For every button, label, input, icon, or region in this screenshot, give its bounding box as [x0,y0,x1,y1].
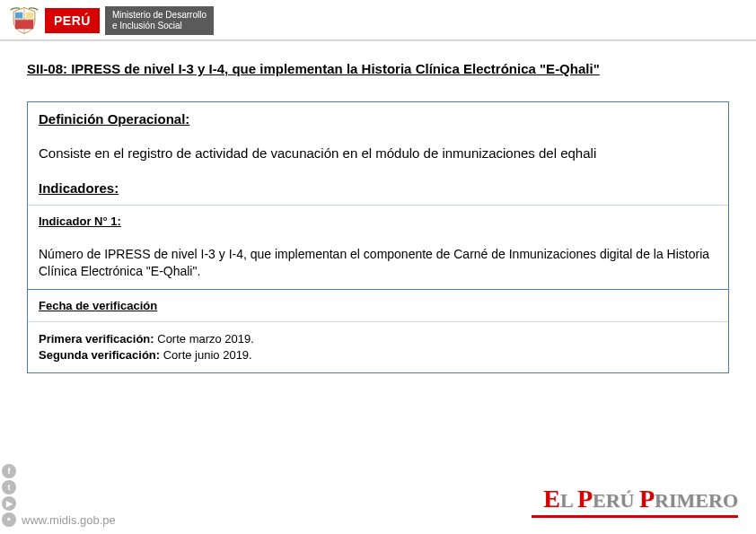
ministry-line1: Ministerio de Desarrollo [112,10,207,21]
segunda-value: Corte junio 2019. [160,348,252,362]
facebook-icon[interactable]: f [2,464,16,478]
page-title: SII-08: IPRESS de nivel I-3 y I-4, que i… [27,61,729,76]
slogan-underline [532,515,738,518]
social-icons: f t ▶ ∘ [2,464,16,527]
svg-rect-1 [26,13,34,19]
verification-dates: Primera verificación: Corte marzo 2019. … [28,321,728,372]
definition-box: Definición Operacional: Consiste en el r… [27,101,729,373]
ministry-label: Ministerio de Desarrollo e Inclusión Soc… [105,6,214,35]
verification-date-heading: Fecha de verificación [39,299,717,312]
primera-label: Primera verificación: [39,332,154,346]
segunda-label: Segunda verificación: [39,348,160,362]
flickr-icon[interactable]: ∘ [2,512,16,527]
svg-rect-0 [15,13,23,19]
youtube-icon[interactable]: ▶ [2,496,16,511]
indicator-1-text: Número de IPRESS de nivel I-3 y I-4, que… [39,246,717,280]
indicators-heading: Indicadores: [39,180,717,196]
header-divider [0,39,756,41]
slogan-text: EL PERÚ PRIMERO [532,485,738,513]
peru-coat-of-arms-icon [9,5,40,36]
svg-rect-2 [15,20,33,29]
gov-header: PERÚ Ministerio de Desarrollo e Inclusió… [0,0,756,39]
main-content: SII-08: IPRESS de nivel I-3 y I-4, que i… [0,43,756,373]
indicator-1-label: Indicador N° 1: [39,214,717,228]
country-badge: PERÚ [45,8,100,33]
footer-url: www.midis.gob.pe [22,513,116,527]
slogan: EL PERÚ PRIMERO [532,485,738,518]
definition-text: Consiste en el registro de actividad de … [39,144,717,162]
primera-value: Corte marzo 2019. [154,332,254,346]
ministry-line2: e Inclusión Social [112,21,207,31]
twitter-icon[interactable]: t [2,480,16,495]
definition-heading: Definición Operacional: [39,111,717,127]
